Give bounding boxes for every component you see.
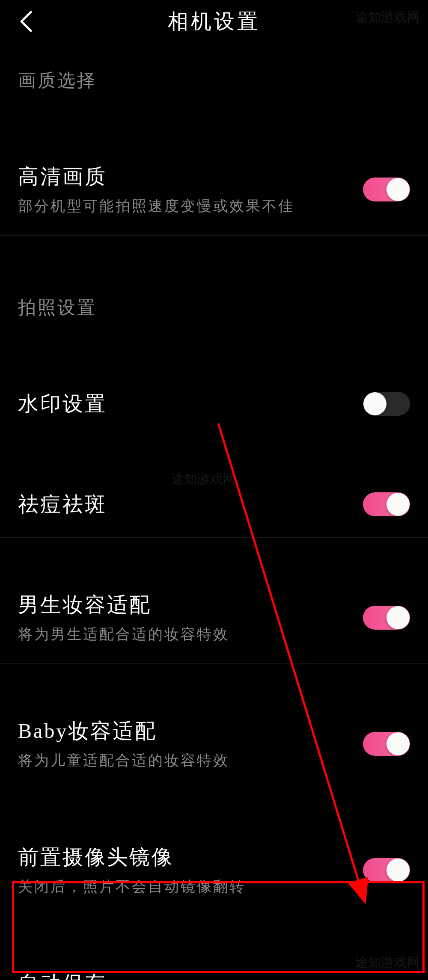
setting-auto-save: 自动保存 拍摄后将自动保存到相册: [0, 950, 428, 980]
back-button[interactable]: [15, 11, 36, 32]
toggle-front-mirror[interactable]: [363, 858, 410, 882]
toggle-knob: [386, 606, 410, 629]
toggle-knob: [386, 493, 410, 516]
toggle-knob: [386, 732, 410, 755]
setting-male-makeup: 男生妆容适配 将为男生适配合适的妆容特效: [0, 572, 428, 664]
setting-front-mirror: 前置摄像头镜像 关闭后，照片不会自动镜像翻转: [0, 824, 428, 916]
section-photo-header: 拍照设置: [0, 270, 428, 337]
page-title: 相机设置: [168, 8, 260, 35]
setting-desc: 将为儿童适配合适的妆容特效: [18, 751, 363, 770]
setting-content: 男生妆容适配 将为男生适配合适的妆容特效: [18, 591, 363, 644]
setting-desc: 将为男生适配合适的妆容特效: [18, 625, 363, 644]
setting-title: 前置摄像头镜像: [18, 844, 363, 871]
toggle-blemish[interactable]: [363, 492, 410, 516]
setting-title: 男生妆容适配: [18, 591, 363, 619]
setting-blemish: 祛痘祛斑: [0, 471, 428, 538]
setting-content: 祛痘祛斑: [18, 491, 363, 518]
header: 相机设置: [0, 0, 428, 43]
setting-content: 前置摄像头镜像 关闭后，照片不会自动镜像翻转: [18, 844, 363, 897]
section-quality-header: 画质选择: [0, 43, 428, 110]
toggle-knob: [363, 392, 386, 415]
setting-title: 自动保存: [18, 970, 363, 980]
setting-content: 高清画质 部分机型可能拍照速度变慢或效果不佳: [18, 163, 363, 216]
setting-hd-quality: 高清画质 部分机型可能拍照速度变慢或效果不佳: [0, 144, 428, 236]
setting-content: Baby妆容适配 将为儿童适配合适的妆容特效: [18, 717, 363, 770]
toggle-knob: [386, 178, 410, 201]
setting-watermark: 水印设置: [0, 371, 428, 437]
setting-desc: 关闭后，照片不会自动镜像翻转: [18, 877, 363, 897]
setting-baby-makeup: Baby妆容适配 将为儿童适配合适的妆容特效: [0, 698, 428, 790]
setting-title: 水印设置: [18, 390, 363, 417]
toggle-male-makeup[interactable]: [363, 606, 410, 630]
toggle-knob: [386, 859, 410, 882]
setting-content: 自动保存 拍摄后将自动保存到相册: [18, 970, 363, 980]
setting-desc: 部分机型可能拍照速度变慢或效果不佳: [18, 196, 363, 216]
setting-title: 祛痘祛斑: [18, 491, 363, 518]
toggle-watermark[interactable]: [363, 392, 410, 416]
setting-content: 水印设置: [18, 390, 363, 417]
setting-title: 高清画质: [18, 163, 363, 190]
toggle-hd-quality[interactable]: [363, 178, 410, 201]
back-chevron-icon: [18, 9, 33, 33]
toggle-baby-makeup[interactable]: [363, 732, 410, 756]
setting-title: Baby妆容适配: [18, 717, 363, 745]
